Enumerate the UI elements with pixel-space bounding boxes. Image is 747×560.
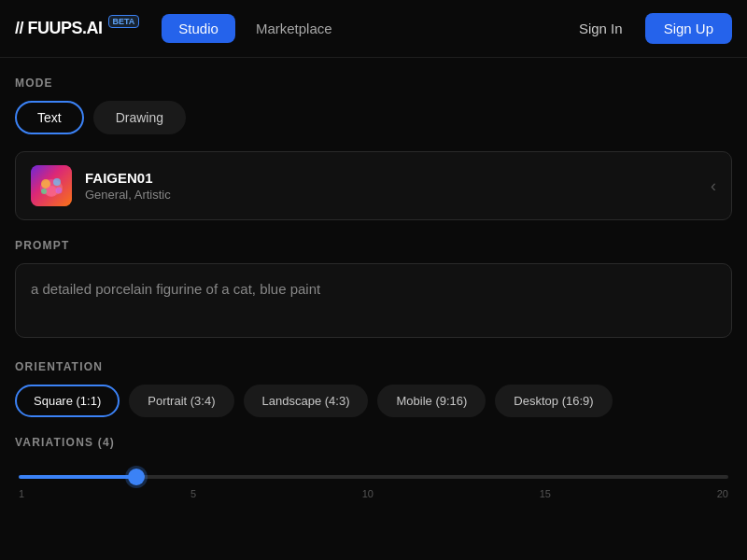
tick-10: 10 xyxy=(362,488,374,499)
sign-up-button[interactable]: Sign Up xyxy=(645,13,732,44)
prompt-label: PROMPT xyxy=(15,239,732,252)
slider-container: 1 5 10 15 20 xyxy=(15,466,732,499)
nav-tab-studio[interactable]: Studio xyxy=(162,14,235,43)
model-description: General, Artistic xyxy=(85,188,711,202)
header: // FUUPS.AI BETA Studio Marketplace Sign… xyxy=(0,0,747,58)
variations-section: VARIATIONS (4) 1 5 10 15 20 xyxy=(15,436,732,499)
orientation-portrait-button[interactable]: Portrait (3:4) xyxy=(129,385,233,417)
tick-20: 20 xyxy=(717,488,728,499)
model-chevron-icon: ‹ xyxy=(711,176,716,196)
svg-point-5 xyxy=(41,189,47,194)
slider-ticks: 1 5 10 15 20 xyxy=(19,488,728,499)
mode-section: MODE Text Drawing xyxy=(15,77,732,134)
model-info: FAIGEN01 General, Artistic xyxy=(85,170,711,202)
svg-point-3 xyxy=(53,178,61,186)
variations-slider[interactable] xyxy=(19,475,728,479)
nav-tabs: Studio Marketplace xyxy=(162,14,348,43)
mode-drawing-button[interactable]: Drawing xyxy=(93,101,186,134)
mode-text-button[interactable]: Text xyxy=(15,101,84,134)
prompt-section: PROMPT xyxy=(15,239,732,342)
model-section: FAIGEN01 General, Artistic ‹ xyxy=(15,151,732,220)
tick-15: 15 xyxy=(540,488,551,499)
mode-buttons: Text Drawing xyxy=(15,101,732,134)
mode-label: MODE xyxy=(15,77,732,90)
prompt-input[interactable] xyxy=(15,263,732,338)
svg-point-6 xyxy=(56,188,63,194)
orientation-mobile-button[interactable]: Mobile (9:16) xyxy=(377,385,486,417)
orientation-landscape-button[interactable]: Landscape (4:3) xyxy=(244,385,369,417)
orientation-square-button[interactable]: Square (1:1) xyxy=(15,385,120,417)
variations-label: VARIATIONS (4) xyxy=(15,436,732,449)
orientation-section: ORIENTATION Square (1:1) Portrait (3:4) … xyxy=(15,360,732,417)
model-avatar xyxy=(31,165,72,206)
tick-5: 5 xyxy=(190,488,196,499)
tick-1: 1 xyxy=(19,488,24,499)
orientation-buttons: Square (1:1) Portrait (3:4) Landscape (4… xyxy=(15,385,732,417)
header-right: Sign In Sign Up xyxy=(568,13,732,44)
nav-tab-marketplace[interactable]: Marketplace xyxy=(239,14,349,43)
orientation-desktop-button[interactable]: Desktop (16:9) xyxy=(495,385,612,417)
model-name: FAIGEN01 xyxy=(85,170,711,186)
model-card[interactable]: FAIGEN01 General, Artistic ‹ xyxy=(15,151,732,220)
logo-area: // FUUPS.AI BETA xyxy=(15,19,139,38)
sign-in-button[interactable]: Sign In xyxy=(568,13,634,44)
logo-text: // FUUPS.AI xyxy=(15,19,103,38)
svg-point-4 xyxy=(46,186,57,197)
beta-badge: BETA xyxy=(108,15,140,28)
orientation-label: ORIENTATION xyxy=(15,360,732,373)
main-content: MODE Text Drawing xyxy=(0,58,747,560)
